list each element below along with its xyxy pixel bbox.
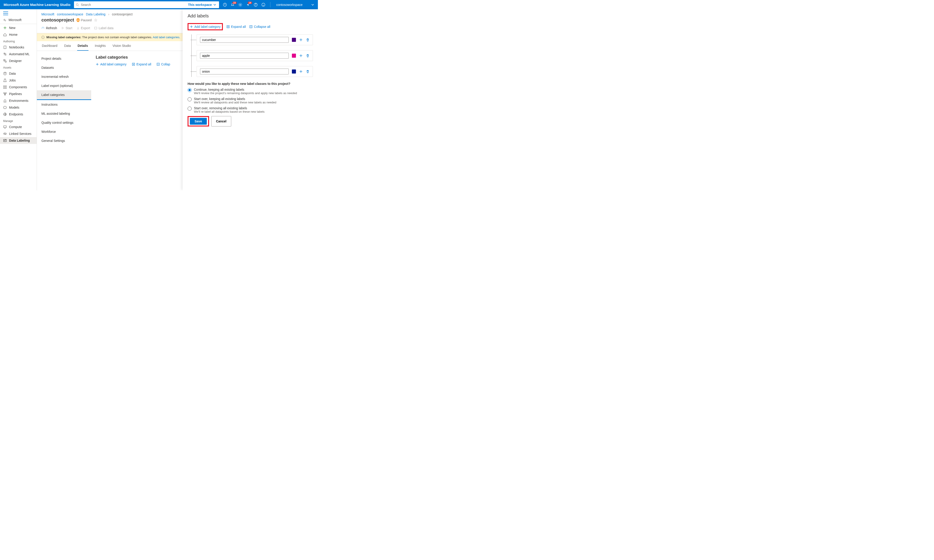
svg-rect-13 xyxy=(4,86,5,87)
svg-rect-15 xyxy=(4,88,5,88)
nav-new[interactable]: New xyxy=(0,25,37,31)
tab-insights[interactable]: Insights xyxy=(94,41,106,51)
share-icon[interactable]: 14 xyxy=(246,3,250,7)
export-button[interactable]: Export xyxy=(77,26,90,30)
feedback-icon[interactable] xyxy=(261,3,266,7)
nav-designer[interactable]: Designer xyxy=(0,57,37,64)
collapse-all-text: Collapse all xyxy=(254,25,270,29)
radio-button[interactable] xyxy=(188,88,192,92)
link-icon xyxy=(3,132,7,135)
collapse-all-button[interactable]: Collapse all xyxy=(249,25,270,29)
side-datasets[interactable]: Datasets xyxy=(37,63,91,72)
svg-point-3 xyxy=(240,4,241,5)
radio-group: Continue, keeping all existing labelsWe'… xyxy=(188,88,313,113)
nav-models[interactable]: Models xyxy=(0,104,37,111)
content-expand[interactable]: Expand all xyxy=(132,62,151,66)
add-child-icon[interactable] xyxy=(299,70,303,73)
start-button[interactable]: Start xyxy=(61,26,72,30)
tab-details[interactable]: Details xyxy=(77,41,88,51)
svg-rect-10 xyxy=(4,60,5,61)
save-button[interactable]: Save xyxy=(190,118,207,125)
expand-all-button[interactable]: Expand all xyxy=(226,25,246,29)
cancel-button[interactable]: Cancel xyxy=(211,116,231,126)
nav-compute[interactable]: Compute xyxy=(0,123,37,130)
collapse-icon xyxy=(157,63,160,66)
color-swatch[interactable] xyxy=(292,38,296,42)
bell-icon[interactable]: 23 xyxy=(230,3,235,7)
nav-components[interactable]: Components xyxy=(0,84,37,91)
label-name-input[interactable] xyxy=(200,53,289,58)
label-tree xyxy=(188,34,313,77)
app-shell: Microsoft New Home Authoring Notebooks A… xyxy=(0,9,318,190)
label-name-input[interactable] xyxy=(200,69,289,74)
nav-pipelines[interactable]: Pipelines xyxy=(0,91,37,97)
crumb-microsoft[interactable]: Microsoft xyxy=(42,12,54,16)
favorite-star[interactable]: ☆ xyxy=(94,18,97,23)
refresh-button[interactable]: Refresh xyxy=(42,26,57,30)
add-child-icon[interactable] xyxy=(299,38,303,42)
hamburger-icon[interactable] xyxy=(3,12,8,15)
side-general[interactable]: General Settings xyxy=(37,136,91,145)
nav-back[interactable]: Microsoft xyxy=(0,17,37,23)
search-box[interactable]: This workspace xyxy=(74,2,219,8)
tab-vision[interactable]: Vision Studio xyxy=(112,41,131,51)
svg-point-0 xyxy=(76,3,78,5)
designer-icon xyxy=(3,59,7,63)
label-name-input[interactable] xyxy=(200,37,289,43)
side-ml[interactable]: ML assisted labeling xyxy=(37,109,91,118)
labeldata-button[interactable]: Label data xyxy=(94,26,113,30)
nav-automl[interactable]: Automated ML xyxy=(0,51,37,57)
gear-icon[interactable] xyxy=(238,3,243,7)
content-add[interactable]: Add label category xyxy=(96,62,126,66)
nav-environments[interactable]: Environments xyxy=(0,97,37,104)
svg-point-17 xyxy=(4,92,5,94)
workspace-name[interactable]: contosoworkspace xyxy=(276,3,303,6)
side-categories[interactable]: Label categories xyxy=(37,90,91,100)
side-incremental[interactable]: Incremental refresh xyxy=(37,72,91,81)
nav-linked[interactable]: Linked Services xyxy=(0,130,37,137)
radio-option[interactable]: Continue, keeping all existing labelsWe'… xyxy=(188,88,313,95)
side-quality[interactable]: Quality control settings xyxy=(37,118,91,127)
tab-dashboard[interactable]: Dashboard xyxy=(42,41,58,51)
add-labels-panel: Add labels Add label category Expand all… xyxy=(183,9,318,190)
side-workforce[interactable]: Workforce xyxy=(37,127,91,136)
radio-option[interactable]: Start over, keeping all existing labelsW… xyxy=(188,97,313,104)
radio-button[interactable] xyxy=(188,97,192,102)
nav-notebooks[interactable]: Notebooks xyxy=(0,44,37,51)
search-input[interactable] xyxy=(81,3,186,6)
side-export[interactable]: Label export (optional) xyxy=(37,81,91,90)
color-swatch[interactable] xyxy=(292,69,296,74)
radio-button[interactable] xyxy=(188,106,192,111)
action-label: Start xyxy=(66,26,72,30)
color-swatch[interactable] xyxy=(292,54,296,58)
delete-icon[interactable] xyxy=(306,54,309,57)
crumb-labeling[interactable]: Data Labeling xyxy=(86,12,105,16)
nav-label: Jobs xyxy=(9,78,16,82)
add-child-icon[interactable] xyxy=(299,54,303,57)
side-project-details[interactable]: Project details xyxy=(37,54,91,63)
nav-jobs[interactable]: Jobs xyxy=(0,77,37,84)
models-icon xyxy=(3,106,7,109)
clock-icon[interactable] xyxy=(223,3,227,7)
add-label-category-button[interactable]: Add label category xyxy=(190,25,221,29)
home-icon xyxy=(3,33,7,37)
tab-data[interactable]: Data xyxy=(64,41,71,51)
nav-label: Data Labeling xyxy=(9,139,30,142)
content-collapse[interactable]: Collap xyxy=(157,62,170,66)
crumb-project: contosoproject xyxy=(112,12,132,16)
warning-link[interactable]: Add label categories. xyxy=(153,35,180,39)
nav-labeling[interactable]: Data Labeling xyxy=(0,137,37,144)
nav-data[interactable]: Data xyxy=(0,70,37,77)
plus-icon xyxy=(190,25,193,28)
search-scope[interactable]: This workspace xyxy=(188,3,217,6)
delete-icon[interactable] xyxy=(306,70,309,73)
help-icon[interactable] xyxy=(254,3,258,7)
radio-title: Start over, keeping all existing labels xyxy=(194,97,276,101)
crumb-workspace[interactable]: contosoworkspace xyxy=(57,12,83,16)
chevron-down-icon[interactable] xyxy=(311,3,314,6)
nav-endpoints[interactable]: Endpoints xyxy=(0,111,37,118)
nav-home[interactable]: Home xyxy=(0,31,37,38)
delete-icon[interactable] xyxy=(306,38,309,42)
side-instructions[interactable]: Instructions xyxy=(37,100,91,109)
radio-option[interactable]: Start over, removing all existing labels… xyxy=(188,106,313,113)
